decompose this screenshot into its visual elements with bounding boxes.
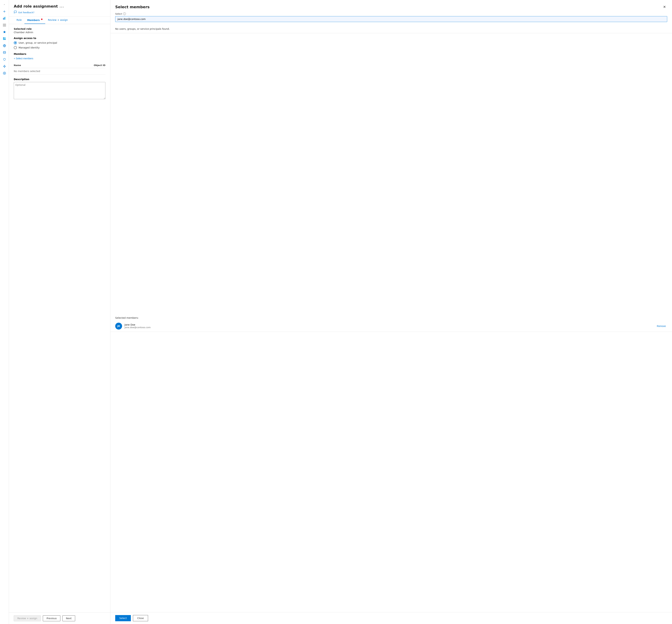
svg-rect-0 xyxy=(3,18,4,20)
radio-user-group-circle[interactable] xyxy=(14,41,17,44)
select-button[interactable]: Select xyxy=(115,615,131,621)
right-panel: Select members ✕ Select i No users, grou… xyxy=(110,0,672,624)
previous-button[interactable]: Previous xyxy=(43,616,60,621)
close-button[interactable]: Close xyxy=(133,615,148,621)
svg-rect-8 xyxy=(3,39,4,40)
members-table-header: Name Object ID xyxy=(14,62,105,68)
select-field-area: Select i xyxy=(110,12,672,25)
tabs: Role Members Review + assign xyxy=(9,17,110,24)
cost-icon[interactable] xyxy=(1,63,7,70)
star-icon[interactable] xyxy=(1,29,7,35)
globe-icon[interactable] xyxy=(1,43,7,49)
selected-role-value: Chamber Admin xyxy=(14,31,105,34)
remove-member-button[interactable]: Remove xyxy=(655,324,667,328)
radio-managed-identity-label: Managed identity xyxy=(19,46,40,49)
member-item: JD Jane Doe jane.doe@contoso.com Remove xyxy=(110,320,672,332)
next-button[interactable]: Next xyxy=(62,616,75,621)
svg-rect-9 xyxy=(4,37,5,38)
svg-marker-13 xyxy=(3,65,6,68)
tab-review-assign-label: Review + assign xyxy=(48,19,68,21)
svg-rect-6 xyxy=(3,26,6,26)
feedback-text: Got feedback? xyxy=(18,11,34,14)
close-panel-button[interactable]: ✕ xyxy=(662,4,667,10)
svg-rect-7 xyxy=(3,37,4,38)
page-title: Add role assignment ... xyxy=(14,4,105,8)
col-header-object-id: Object ID xyxy=(94,64,105,67)
create-icon[interactable]: + xyxy=(1,8,7,15)
radio-managed-identity-circle[interactable] xyxy=(14,46,17,49)
radio-user-group[interactable]: User, group, or service principal xyxy=(14,41,105,44)
shield-icon[interactable] xyxy=(1,56,7,62)
main-area: Add role assignment ... Got feedback? Ro… xyxy=(9,0,672,624)
svg-point-14 xyxy=(4,73,5,74)
feedback-bar[interactable]: Got feedback? xyxy=(9,8,110,17)
radio-managed-identity[interactable]: Managed identity xyxy=(14,46,105,49)
description-textarea[interactable] xyxy=(14,82,105,99)
right-panel-title: Select members xyxy=(115,5,150,9)
member-name: Jane Doe xyxy=(125,323,653,326)
grid-icon[interactable] xyxy=(1,36,7,42)
panel-options-icon[interactable]: ... xyxy=(59,4,64,8)
svg-rect-5 xyxy=(3,25,6,25)
review-assign-button[interactable]: Review + assign xyxy=(14,616,41,621)
description-label: Description xyxy=(14,78,105,81)
radio-user-group-label: User, group, or service principal xyxy=(19,42,57,44)
select-field-label: Select i xyxy=(115,12,667,15)
tab-role[interactable]: Role xyxy=(14,17,24,24)
svg-rect-4 xyxy=(3,24,6,24)
services-icon[interactable] xyxy=(1,70,7,76)
assign-access-label: Assign access to xyxy=(14,37,105,40)
feedback-icon xyxy=(14,10,17,14)
svg-point-15 xyxy=(3,72,6,75)
right-panel-footer: Select Close xyxy=(110,612,672,624)
selected-members-label: Selected members: xyxy=(110,314,672,320)
member-avatar: JD xyxy=(115,323,122,330)
menu-icon[interactable] xyxy=(1,22,7,28)
panel-header: Add role assignment ... xyxy=(9,0,110,8)
selected-role-label: Selected role xyxy=(14,27,105,30)
select-members-button[interactable]: + Select members xyxy=(14,57,33,60)
svg-rect-2 xyxy=(5,17,5,20)
panel-footer: Review + assign Previous Next xyxy=(9,613,110,624)
select-info-icon[interactable]: i xyxy=(123,12,126,15)
analytics-icon[interactable] xyxy=(1,15,7,21)
panel-body: Selected role Chamber Admin Assign acces… xyxy=(9,24,110,613)
tab-members[interactable]: Members xyxy=(24,17,45,24)
svg-rect-10 xyxy=(4,39,5,40)
sidebar: » + xyxy=(0,0,9,624)
db-icon[interactable] xyxy=(1,50,7,56)
select-label-text: Select xyxy=(115,12,122,15)
member-info: Jane Doe jane.doe@contoso.com xyxy=(125,323,653,329)
results-area xyxy=(110,33,672,314)
no-results-message: No users, groups, or service principals … xyxy=(110,25,672,33)
no-members-row: No members selected xyxy=(14,68,105,74)
tab-review-assign[interactable]: Review + assign xyxy=(45,17,71,24)
tab-members-label: Members xyxy=(27,19,40,22)
right-panel-header: Select members ✕ xyxy=(110,0,672,12)
radio-group: User, group, or service principal Manage… xyxy=(14,41,105,49)
no-members-text: No members selected xyxy=(14,70,40,73)
tab-role-label: Role xyxy=(17,19,22,21)
left-panel: Add role assignment ... Got feedback? Ro… xyxy=(9,0,110,624)
page-title-text: Add role assignment xyxy=(14,4,58,8)
members-label: Members xyxy=(14,53,105,55)
tab-members-dot xyxy=(41,19,43,20)
svg-point-12 xyxy=(3,51,6,52)
member-search-input[interactable] xyxy=(115,16,667,22)
member-email: jane.doe@contoso.com xyxy=(125,326,653,329)
svg-rect-1 xyxy=(4,17,4,20)
col-header-name: Name xyxy=(14,64,21,67)
sidebar-collapse-icon[interactable]: » xyxy=(1,1,7,7)
